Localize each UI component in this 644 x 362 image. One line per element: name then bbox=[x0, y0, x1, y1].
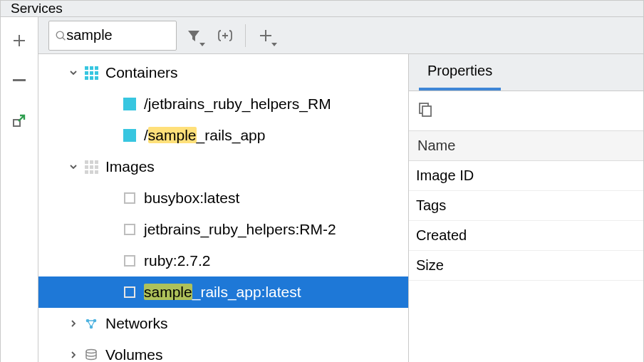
search-icon bbox=[55, 29, 66, 42]
node-label: ruby:2.7.2 bbox=[144, 252, 210, 269]
open-external-icon[interactable] bbox=[11, 113, 27, 128]
chevron-right-icon[interactable] bbox=[68, 319, 78, 329]
properties-panel: Properties Name Image ID Tags Created Si… bbox=[408, 54, 643, 362]
node-label: /jetbrains_ruby_helpers_RM bbox=[144, 95, 331, 113]
containers-icon bbox=[84, 66, 98, 80]
add-button[interactable] bbox=[11, 33, 27, 48]
container-running-icon bbox=[123, 97, 137, 111]
node-label: Containers bbox=[105, 64, 178, 81]
filter-button[interactable] bbox=[178, 21, 209, 51]
container-running-icon bbox=[123, 128, 137, 143]
plus-icon bbox=[259, 29, 272, 42]
action-gutter bbox=[1, 17, 38, 362]
toolbar bbox=[38, 17, 643, 54]
tree-node-images[interactable]: Images bbox=[38, 151, 408, 182]
properties-toolbar bbox=[409, 91, 643, 131]
tree-node-containers[interactable]: Containers bbox=[38, 57, 408, 88]
property-row[interactable]: Image ID bbox=[409, 161, 643, 191]
volumes-icon bbox=[84, 348, 98, 362]
chevron-down-icon[interactable] bbox=[68, 68, 78, 78]
svg-point-7 bbox=[86, 350, 96, 353]
image-icon bbox=[123, 191, 137, 205]
properties-tabstrip: Properties bbox=[409, 54, 643, 91]
node-label: Images bbox=[105, 158, 155, 175]
properties-column-header: Name bbox=[409, 131, 643, 161]
property-row[interactable]: Created bbox=[409, 221, 643, 251]
node-label: Volumes bbox=[105, 346, 163, 362]
content-area: Containers /jetbrains_ruby_helpers_RM /s… bbox=[38, 17, 643, 362]
tree-node-image[interactable]: jetbrains_ruby_helpers:RM-2 bbox=[38, 214, 408, 245]
filter-icon bbox=[187, 29, 201, 43]
add-service-button[interactable] bbox=[250, 21, 281, 51]
tree-node-container[interactable]: /jetbrains_ruby_helpers_RM bbox=[38, 88, 408, 120]
svg-point-2 bbox=[56, 31, 63, 38]
chevron-down-icon bbox=[199, 43, 205, 46]
svg-rect-9 bbox=[422, 106, 431, 116]
svg-line-3 bbox=[63, 37, 66, 40]
node-label: sample_rails_app:latest bbox=[144, 284, 301, 301]
remove-button[interactable] bbox=[11, 73, 27, 88]
property-row[interactable]: Tags bbox=[409, 191, 643, 221]
network-icon bbox=[84, 316, 98, 331]
chevron-down-icon bbox=[271, 43, 277, 46]
separator bbox=[245, 24, 246, 47]
tree-node-image[interactable]: sample_rails_app:latest bbox=[38, 276, 408, 308]
tree-node-networks[interactable]: Networks bbox=[38, 308, 408, 339]
tree-node-volumes[interactable]: Volumes bbox=[38, 339, 408, 362]
panel-titlebar: Services bbox=[0, 0, 644, 17]
chevron-right-icon[interactable] bbox=[68, 350, 78, 360]
property-row[interactable]: Size bbox=[409, 251, 643, 281]
tree-node-image[interactable]: busybox:latest bbox=[38, 182, 408, 214]
node-label: jetbrains_ruby_helpers:RM-2 bbox=[144, 221, 336, 238]
chevron-down-icon[interactable] bbox=[68, 162, 78, 172]
images-icon bbox=[84, 160, 98, 174]
panel-title: Services bbox=[11, 1, 63, 16]
image-icon bbox=[123, 285, 137, 299]
image-icon bbox=[123, 254, 137, 268]
node-label: Networks bbox=[105, 315, 168, 332]
expand-all-button[interactable] bbox=[209, 21, 241, 51]
tab-properties[interactable]: Properties bbox=[419, 53, 501, 90]
node-label: busybox:latest bbox=[144, 190, 239, 207]
bracket-expand-icon bbox=[217, 29, 234, 43]
svg-rect-0 bbox=[13, 79, 26, 81]
search-box[interactable] bbox=[48, 21, 177, 51]
tree-properties-split: Containers /jetbrains_ruby_helpers_RM /s… bbox=[38, 54, 643, 362]
copy-icon[interactable] bbox=[417, 101, 433, 120]
image-icon bbox=[123, 222, 137, 237]
node-label: /sample_rails_app bbox=[144, 127, 265, 144]
services-tree[interactable]: Containers /jetbrains_ruby_helpers_RM /s… bbox=[38, 54, 408, 362]
tree-node-image[interactable]: ruby:2.7.2 bbox=[38, 245, 408, 276]
main-area: Containers /jetbrains_ruby_helpers_RM /s… bbox=[0, 17, 644, 362]
search-input[interactable] bbox=[66, 27, 172, 43]
tree-node-container[interactable]: /sample_rails_app bbox=[38, 120, 408, 151]
